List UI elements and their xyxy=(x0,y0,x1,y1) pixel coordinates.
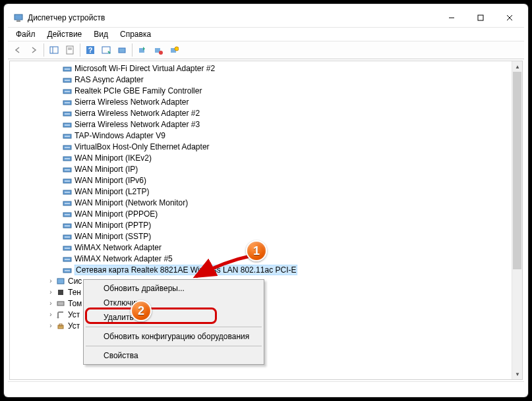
cm-separator xyxy=(86,327,262,327)
menu-file[interactable]: Файл xyxy=(11,28,41,40)
annotation-badge-1: 1 xyxy=(246,240,267,261)
menu-help[interactable]: Справка xyxy=(115,28,156,40)
tree-item-label: TAP-Windows Adapter V9 xyxy=(74,131,165,140)
tree-item[interactable]: TAP-Windows Adapter V9 xyxy=(10,130,512,141)
tree-item[interactable]: Realtek PCIe GBE Family Controller xyxy=(10,85,512,96)
toolbar-separator xyxy=(44,43,44,57)
cm-update-drivers[interactable]: Обновить драйверы... xyxy=(85,281,262,296)
network-adapter-icon xyxy=(63,153,72,163)
cm-properties[interactable]: Свойства xyxy=(85,348,262,363)
category-icon xyxy=(56,277,65,286)
tree-item-selected[interactable]: Сетевая карта Realtek 8821AE Wireless LA… xyxy=(10,264,512,275)
svg-text:?: ? xyxy=(88,46,93,54)
scroll-thumb[interactable] xyxy=(513,72,521,269)
network-adapter-icon xyxy=(63,120,72,129)
tree-item-label: WAN Miniport (PPPOE) xyxy=(74,209,158,219)
tree-item[interactable]: WAN Miniport (IKEv2) xyxy=(10,152,512,163)
tree-item[interactable]: Sierra Wireless Network Adapter xyxy=(10,96,512,107)
svg-point-17 xyxy=(159,51,163,55)
menu-action[interactable]: Действие xyxy=(42,28,88,40)
svg-point-61 xyxy=(57,316,59,318)
tree-item[interactable]: Sierra Wireless Network Adapter #2 xyxy=(10,107,512,119)
expand-icon[interactable]: › xyxy=(47,277,55,284)
svg-point-19 xyxy=(175,47,179,51)
network-adapter-icon xyxy=(63,97,72,107)
tree-item-label: Sierra Wireless Network Adapter xyxy=(74,97,189,107)
svg-rect-1 xyxy=(16,20,20,22)
uninstall-button[interactable] xyxy=(151,43,165,57)
cm-rescan[interactable]: Обновить конфигурацию оборудования xyxy=(85,329,262,344)
cm-disable[interactable]: Отключить xyxy=(85,296,262,310)
scroll-up-button[interactable]: ▲ xyxy=(512,61,523,72)
toolbar: ? xyxy=(8,41,524,59)
tree-item-label: WAN Miniport (IPv6) xyxy=(74,176,146,185)
maximize-button[interactable] xyxy=(466,8,495,27)
scan-hardware-button[interactable] xyxy=(115,43,129,57)
tree-item[interactable]: Sierra Wireless Network Adapter #3 xyxy=(10,119,512,130)
tree-item-label: Realtek PCIe GBE Family Controller xyxy=(74,86,202,95)
expand-icon[interactable]: › xyxy=(47,288,55,296)
network-adapter-icon xyxy=(63,86,72,95)
annotation-badge-2: 2 xyxy=(131,300,152,321)
svg-rect-58 xyxy=(57,279,64,284)
svg-rect-8 xyxy=(67,46,73,54)
context-menu: Обновить драйверы... Отключить Удалить О… xyxy=(83,279,264,365)
forward-button[interactable] xyxy=(26,43,41,57)
cm-separator xyxy=(86,346,262,346)
network-adapter-icon xyxy=(63,221,72,230)
tree-category-label: Сис xyxy=(68,277,82,286)
minimize-button[interactable] xyxy=(437,8,466,27)
svg-rect-60 xyxy=(57,302,64,306)
tree-item-label: WAN Miniport (IKEv2) xyxy=(74,153,152,163)
window-controls xyxy=(437,8,524,27)
expand-icon[interactable]: › xyxy=(47,311,55,318)
network-adapter-icon xyxy=(63,187,72,196)
update-driver-button[interactable] xyxy=(135,43,150,57)
network-adapter-icon xyxy=(63,265,72,275)
close-button[interactable] xyxy=(495,8,524,27)
tree-category-label: Том xyxy=(68,299,82,308)
app-icon xyxy=(13,13,24,23)
action-button[interactable] xyxy=(99,43,113,57)
tree-item[interactable]: VirtualBox Host-Only Ethernet Adapter xyxy=(10,141,512,152)
statusbar xyxy=(8,381,524,393)
network-adapter-icon xyxy=(63,64,72,73)
category-icon xyxy=(56,288,65,297)
disable-button[interactable] xyxy=(167,43,181,57)
tree-item-label: WAN Miniport (IP) xyxy=(74,165,138,174)
expand-icon[interactable]: › xyxy=(47,322,55,329)
network-adapter-icon xyxy=(63,75,72,84)
tree-item-label: WAN Miniport (L2TP) xyxy=(74,187,150,196)
tree-item[interactable]: RAS Async Adapter xyxy=(10,74,512,85)
expand-icon[interactable]: › xyxy=(47,300,55,307)
network-adapter-icon xyxy=(63,232,72,241)
tree-item[interactable]: WAN Miniport (PPTP) xyxy=(10,219,512,230)
category-icon xyxy=(56,321,65,331)
window-title: Диспетчер устройств xyxy=(28,13,437,22)
network-adapter-icon xyxy=(63,109,72,118)
tree-item[interactable]: WAN Miniport (PPPOE) xyxy=(10,208,512,219)
vertical-scrollbar[interactable]: ▲ ▼ xyxy=(512,61,522,379)
network-adapter-icon xyxy=(63,176,72,185)
properties-button[interactable] xyxy=(63,43,77,57)
menu-view[interactable]: Вид xyxy=(88,28,113,40)
category-icon xyxy=(56,299,65,308)
tree-item-label: WAN Miniport (Network Monitor) xyxy=(74,198,188,207)
show-hide-tree-button[interactable] xyxy=(47,43,61,57)
back-button[interactable] xyxy=(11,43,25,57)
tree-item[interactable]: WAN Miniport (L2TP) xyxy=(10,186,512,197)
tree-item-label: WAN Miniport (PPTP) xyxy=(74,221,151,230)
scroll-down-button[interactable]: ▼ xyxy=(512,369,523,379)
tree-item[interactable]: Microsoft Wi-Fi Direct Virtual Adapter #… xyxy=(10,63,512,74)
category-icon xyxy=(56,310,65,319)
network-adapter-icon xyxy=(63,198,72,207)
tree-item[interactable]: WAN Miniport (IPv6) xyxy=(10,174,512,186)
tree-item[interactable]: WAN Miniport (SSTP) xyxy=(10,230,512,242)
tree-item[interactable]: WAN Miniport (IP) xyxy=(10,163,512,174)
tree-item-label: RAS Async Adapter xyxy=(74,75,144,84)
help-button[interactable]: ? xyxy=(83,43,98,57)
network-adapter-icon xyxy=(63,243,72,252)
tree-item[interactable]: WAN Miniport (Network Monitor) xyxy=(10,197,512,208)
cm-delete[interactable]: Удалить xyxy=(85,310,262,325)
titlebar: Диспетчер устройств xyxy=(8,8,524,28)
